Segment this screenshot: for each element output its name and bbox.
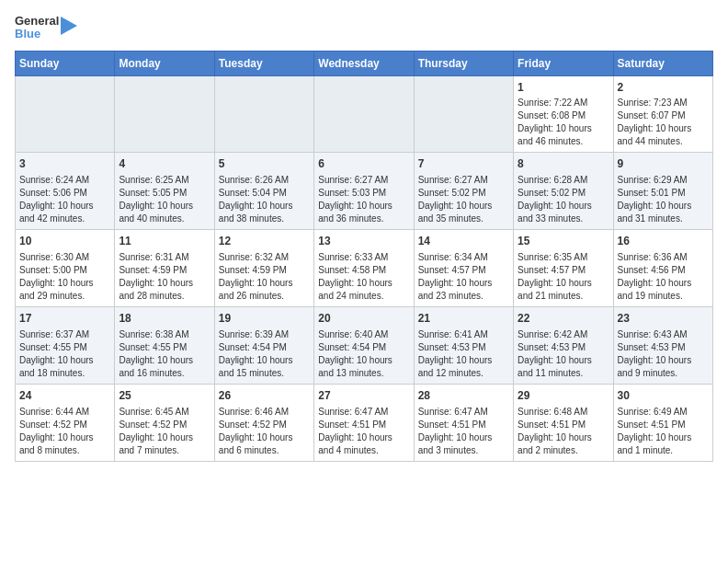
cell-content-line: Sunrise: 6:45 AM — [119, 406, 210, 419]
calendar-cell: 6Sunrise: 6:27 AMSunset: 5:03 PMDaylight… — [314, 153, 414, 230]
cell-content-line: Daylight: 10 hours and 1 minute. — [618, 431, 709, 457]
calendar-cell: 27Sunrise: 6:47 AMSunset: 4:51 PMDayligh… — [314, 384, 414, 461]
cell-content-line: Sunrise: 6:26 AM — [219, 174, 310, 187]
day-number: 14 — [418, 234, 509, 249]
calendar-cell: 2Sunrise: 7:23 AMSunset: 6:07 PMDaylight… — [613, 75, 712, 153]
day-number: 22 — [518, 311, 609, 327]
cell-content-line: Sunrise: 6:27 AM — [418, 174, 509, 187]
calendar-cell: 28Sunrise: 6:47 AMSunset: 4:51 PMDayligh… — [414, 384, 513, 461]
calendar-cell: 26Sunrise: 6:46 AMSunset: 4:52 PMDayligh… — [214, 384, 313, 461]
cell-content-line: Sunrise: 7:22 AM — [518, 97, 609, 109]
calendar-cell: 13Sunrise: 6:33 AMSunset: 4:58 PMDayligh… — [314, 230, 414, 307]
day-number: 20 — [318, 311, 409, 327]
cell-content-line: Daylight: 10 hours and 19 minutes. — [618, 277, 709, 303]
cell-content-line: Daylight: 10 hours and 2 minutes. — [518, 431, 609, 457]
day-number: 30 — [618, 388, 709, 404]
cell-content-line: Daylight: 10 hours and 31 minutes. — [618, 200, 709, 225]
cell-content-line: Sunset: 5:06 PM — [19, 187, 110, 200]
cell-content-line: Sunrise: 6:38 AM — [119, 328, 210, 341]
day-of-week-header: Friday — [514, 51, 613, 75]
cell-content-line: Sunrise: 6:48 AM — [518, 406, 609, 419]
cell-content-line: Daylight: 10 hours and 44 minutes. — [618, 122, 709, 148]
cell-content-line: Sunrise: 6:28 AM — [518, 174, 609, 187]
day-number: 27 — [318, 388, 409, 404]
day-number: 29 — [518, 388, 609, 404]
day-of-week-header: Monday — [115, 51, 214, 75]
cell-content-line: Sunset: 4:51 PM — [518, 419, 609, 431]
day-number: 11 — [119, 234, 210, 249]
cell-content-line: Sunrise: 6:32 AM — [219, 251, 310, 264]
days-of-week-row: SundayMondayTuesdayWednesdayThursdayFrid… — [16, 51, 713, 75]
day-number: 5 — [219, 156, 310, 172]
cell-content-line: Daylight: 10 hours and 26 minutes. — [219, 277, 310, 303]
cell-content-line: Sunrise: 6:33 AM — [318, 251, 409, 264]
cell-content-line: Sunset: 4:56 PM — [618, 264, 709, 277]
cell-content-line: Sunset: 5:05 PM — [119, 187, 210, 200]
cell-content-line: Daylight: 10 hours and 3 minutes. — [418, 431, 509, 457]
cell-content-line: Sunset: 4:52 PM — [19, 419, 110, 431]
day-of-week-header: Sunday — [16, 51, 115, 75]
cell-content-line: Daylight: 10 hours and 33 minutes. — [518, 200, 609, 225]
day-number: 2 — [618, 80, 709, 96]
cell-content-line: Sunset: 4:51 PM — [318, 419, 409, 431]
day-number: 15 — [518, 234, 609, 249]
day-number: 23 — [618, 311, 709, 327]
calendar-cell: 11Sunrise: 6:31 AMSunset: 4:59 PMDayligh… — [115, 230, 214, 307]
day-number: 12 — [219, 234, 310, 249]
cell-content-line: Sunrise: 6:47 AM — [318, 406, 409, 419]
day-number: 10 — [19, 234, 110, 249]
calendar-cell: 9Sunrise: 6:29 AMSunset: 5:01 PMDaylight… — [613, 153, 712, 230]
day-number: 24 — [19, 388, 110, 404]
logo-arrow-icon — [61, 17, 77, 35]
cell-content-line: Sunset: 4:58 PM — [318, 264, 409, 277]
day-number: 26 — [219, 388, 310, 404]
calendar-week-row: 24Sunrise: 6:44 AMSunset: 4:52 PMDayligh… — [16, 384, 713, 461]
cell-content-line: Sunset: 4:52 PM — [119, 419, 210, 431]
cell-content-line: Sunset: 5:00 PM — [19, 264, 110, 277]
calendar-cell: 23Sunrise: 6:43 AMSunset: 4:53 PMDayligh… — [613, 306, 712, 384]
cell-content-line: Daylight: 10 hours and 16 minutes. — [119, 354, 210, 380]
calendar-cell: 10Sunrise: 6:30 AMSunset: 5:00 PMDayligh… — [16, 230, 115, 307]
cell-content-line: Sunrise: 6:24 AM — [19, 174, 110, 187]
cell-content-line: Daylight: 10 hours and 23 minutes. — [418, 277, 509, 303]
cell-content-line: Sunrise: 6:34 AM — [418, 251, 509, 264]
cell-content-line: Sunrise: 6:49 AM — [618, 406, 709, 419]
day-number: 18 — [119, 311, 210, 327]
day-number: 3 — [19, 156, 110, 172]
cell-content-line: Daylight: 10 hours and 46 minutes. — [518, 122, 609, 148]
cell-content-line: Sunset: 6:08 PM — [518, 109, 609, 122]
calendar-cell: 18Sunrise: 6:38 AMSunset: 4:55 PMDayligh… — [115, 306, 214, 384]
cell-content-line: Sunrise: 7:23 AM — [618, 97, 709, 109]
cell-content-line: Daylight: 10 hours and 21 minutes. — [518, 277, 609, 303]
cell-content-line: Sunset: 5:01 PM — [618, 187, 709, 200]
calendar-cell: 5Sunrise: 6:26 AMSunset: 5:04 PMDaylight… — [214, 153, 313, 230]
cell-content-line: Daylight: 10 hours and 42 minutes. — [19, 200, 110, 225]
calendar-week-row: 3Sunrise: 6:24 AMSunset: 5:06 PMDaylight… — [16, 153, 713, 230]
calendar-cell: 24Sunrise: 6:44 AMSunset: 4:52 PMDayligh… — [16, 384, 115, 461]
calendar-cell: 19Sunrise: 6:39 AMSunset: 4:54 PMDayligh… — [214, 306, 313, 384]
calendar-cell: 15Sunrise: 6:35 AMSunset: 4:57 PMDayligh… — [514, 230, 613, 307]
cell-content-line: Daylight: 10 hours and 7 minutes. — [119, 431, 210, 457]
cell-content-line: Sunset: 4:59 PM — [219, 264, 310, 277]
cell-content-line: Daylight: 10 hours and 6 minutes. — [219, 431, 310, 457]
cell-content-line: Sunset: 4:57 PM — [518, 264, 609, 277]
day-number: 21 — [418, 311, 509, 327]
cell-content-line: Daylight: 10 hours and 15 minutes. — [219, 354, 310, 380]
cell-content-line: Daylight: 10 hours and 8 minutes. — [19, 431, 110, 457]
cell-content-line: Sunrise: 6:46 AM — [219, 406, 310, 419]
calendar-cell: 17Sunrise: 6:37 AMSunset: 4:55 PMDayligh… — [16, 306, 115, 384]
cell-content-line: Sunset: 5:02 PM — [418, 187, 509, 200]
calendar-cell — [16, 75, 115, 153]
header: General Blue — [15, 15, 713, 41]
cell-content-line: Daylight: 10 hours and 13 minutes. — [318, 354, 409, 380]
cell-content-line: Sunrise: 6:47 AM — [418, 406, 509, 419]
day-number: 25 — [119, 388, 210, 404]
calendar-cell: 7Sunrise: 6:27 AMSunset: 5:02 PMDaylight… — [414, 153, 513, 230]
cell-content-line: Daylight: 10 hours and 24 minutes. — [318, 277, 409, 303]
cell-content-line: Sunrise: 6:42 AM — [518, 328, 609, 341]
cell-content-line: Daylight: 10 hours and 11 minutes. — [518, 354, 609, 380]
calendar-cell: 14Sunrise: 6:34 AMSunset: 4:57 PMDayligh… — [414, 230, 513, 307]
cell-content-line: Sunset: 6:07 PM — [618, 109, 709, 122]
cell-content-line: Daylight: 10 hours and 18 minutes. — [19, 354, 110, 380]
cell-content-line: Sunset: 4:53 PM — [518, 341, 609, 354]
